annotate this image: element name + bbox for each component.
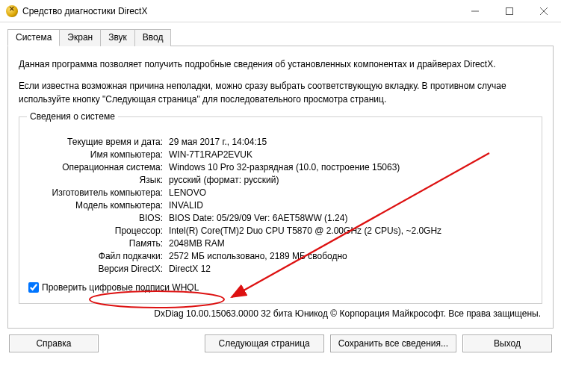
row-bios: BIOS: BIOS Date: 05/29/09 Ver: 6AET58WW … [28, 211, 533, 224]
row-directx-version: Версия DirectX: DirectX 12 [28, 262, 533, 275]
label: Версия DirectX: [28, 264, 167, 274]
btn-label: Справка [36, 338, 71, 349]
intro-text: Данная программа позволяет получить подр… [19, 58, 542, 106]
label: Текущие время и дата: [28, 137, 167, 147]
value: LENOVO [167, 187, 533, 198]
row-memory: Память: 2048MB RAM [28, 237, 533, 249]
row-datetime: Текущие время и дата: 29 мая 2017 г., 14… [28, 135, 533, 148]
window-title: Средство диагностики DirectX [22, 6, 147, 16]
row-manufacturer: Изготовитель компьютера: LENOVO [28, 186, 533, 199]
close-button[interactable] [527, 0, 561, 22]
row-pagefile: Файл подкачки: 2572 МБ использовано, 218… [28, 249, 533, 262]
btn-label: Сохранить все сведения... [338, 338, 448, 349]
svg-rect-1 [506, 8, 513, 15]
whql-label: Проверить цифровые подписи WHQL [42, 282, 199, 293]
row-model: Модель компьютера: INVALID [28, 199, 533, 211]
next-page-button[interactable]: Следующая страница [205, 335, 324, 352]
label: Процессор: [28, 225, 167, 236]
help-button[interactable]: Справка [9, 335, 99, 352]
value: 2048MB RAM [167, 238, 533, 249]
row-language: Язык: русский (формат: русский) [28, 173, 533, 186]
save-all-button[interactable]: Сохранить все сведения... [330, 335, 456, 352]
value: Windows 10 Pro 32-разрядная (10.0, постр… [167, 162, 533, 172]
label: Имя компьютера: [28, 149, 167, 160]
label: BIOS: [28, 213, 167, 223]
content-area: Система Экран Звук Ввод Данная программа… [0, 22, 561, 360]
tab-label: Экран [67, 32, 93, 43]
intro-line: Данная программа позволяет получить подр… [19, 58, 542, 71]
value: BIOS Date: 05/29/09 Ver: 6AET58WW (1.24) [167, 213, 533, 223]
value: INVALID [167, 200, 533, 211]
button-row: Справка Следующая страница Сохранить все… [7, 335, 554, 352]
exit-button[interactable]: Выход [462, 335, 552, 352]
groupbox-legend: Сведения о системе [27, 111, 118, 122]
row-computer-name: Имя компьютера: WIN-7T1RAP2EVUK [28, 148, 533, 161]
btn-label: Следующая страница [219, 338, 310, 349]
tab-panel-system: Данная программа позволяет получить подр… [7, 46, 554, 329]
tab-sound[interactable]: Звук [100, 29, 135, 46]
intro-line: Если известна возможная причина неполадк… [19, 80, 542, 106]
row-os: Операционная система: Windows 10 Pro 32-… [28, 161, 533, 173]
whql-checkbox-row[interactable]: Проверить цифровые подписи WHQL [28, 282, 533, 293]
tab-display[interactable]: Экран [59, 29, 101, 46]
tab-label: Ввод [143, 32, 164, 43]
value: русский (формат: русский) [167, 175, 533, 185]
tab-input[interactable]: Ввод [134, 29, 172, 46]
value: Intel(R) Core(TM)2 Duo CPU T5870 @ 2.00G… [167, 225, 533, 236]
tab-label: Система [16, 32, 52, 43]
label: Память: [28, 238, 167, 249]
value: WIN-7T1RAP2EVUK [167, 149, 533, 160]
system-info-group: Сведения о системе Текущие время и дата:… [19, 116, 542, 304]
copyright-text: DxDiag 10.00.15063.0000 32 бита Юникод ©… [19, 308, 542, 319]
row-cpu: Процессор: Intel(R) Core(TM)2 Duo CPU T5… [28, 224, 533, 237]
tab-strip: Система Экран Звук Ввод [7, 28, 554, 46]
btn-label: Выход [494, 338, 521, 349]
system-info-rows: Текущие время и дата: 29 мая 2017 г., 14… [28, 135, 533, 275]
label: Модель компьютера: [28, 200, 167, 211]
label: Операционная система: [28, 162, 167, 172]
whql-checkbox[interactable] [28, 282, 39, 293]
value: 29 мая 2017 г., 14:04:15 [167, 137, 533, 147]
tab-system[interactable]: Система [7, 29, 60, 46]
label: Язык: [28, 175, 167, 185]
window-controls [458, 0, 561, 22]
minimize-button[interactable] [458, 0, 492, 22]
value: DirectX 12 [167, 264, 533, 274]
title-bar: Средство диагностики DirectX [0, 0, 561, 22]
maximize-button[interactable] [492, 0, 527, 22]
label: Изготовитель компьютера: [28, 187, 167, 198]
value: 2572 МБ использовано, 2189 МБ свободно [167, 251, 533, 261]
tab-label: Звук [108, 32, 127, 43]
dxdiag-icon [6, 5, 18, 17]
label: Файл подкачки: [28, 251, 167, 261]
